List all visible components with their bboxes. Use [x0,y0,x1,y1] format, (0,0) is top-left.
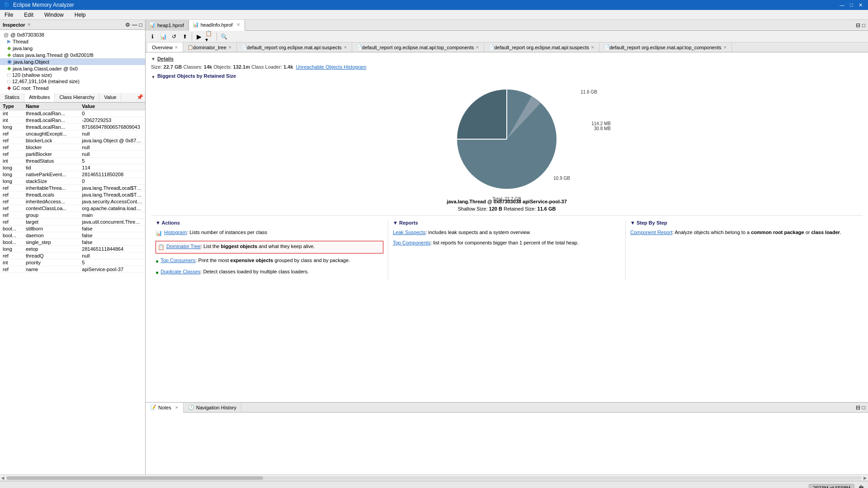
run-button[interactable]: ▶ [194,32,204,42]
menu-edit[interactable]: Edit [22,11,35,19]
label-114mb: 114.2 MB30.8 MB [591,121,611,131]
tree-item-retained[interactable]: □ 12,467,191,104 (retained size) [0,78,145,84]
component-report-link[interactable]: Component Report [630,230,672,235]
tree-item-object[interactable]: ◉ java.lang.Object [0,58,145,65]
bottom-minimize-icon[interactable]: ⊟ [856,404,860,411]
action-dominator: 📋 Dominator Tree: List the biggest objec… [156,241,383,253]
tree-item-address[interactable]: @ @ 0x87303038 [0,32,145,38]
report1-close[interactable]: ✕ [344,45,347,50]
table-row[interactable]: intthreadStatus5 [0,158,145,164]
table-row[interactable]: refinheritableThrea...java.lang.ThreadLo… [0,185,145,192]
subtab-report4[interactable]: 📄 default_report org.eclipse.mat.api:top… [599,42,732,52]
tab-value[interactable]: Value [99,93,121,102]
table-row[interactable]: bool...stillbornfalse [0,225,145,232]
tab-class-hierarchy[interactable]: Class Hierarchy [55,93,99,102]
subtab-report2[interactable]: 📄 default_report org.eclipse.mat.api:top… [352,42,485,52]
table-row[interactable]: longeetop281465111844864 [0,246,145,253]
top-consumers-link[interactable]: Top Consumers [160,258,195,263]
duplicate-classes-link[interactable]: Duplicate Classes [160,269,200,274]
horizontal-scrollbar[interactable]: ◀ ▶ [0,474,868,481]
overview-close[interactable]: ✕ [175,45,178,50]
top-components-link[interactable]: Top Components [393,240,430,245]
dominator-close[interactable]: ✕ [228,45,232,50]
tree-item-gc[interactable]: ◆ GC root: Thread [0,84,145,91]
table-row[interactable]: intthreadLocalRan...0 [0,110,145,117]
menu-window[interactable]: Window [42,11,66,19]
table-row[interactable]: refnameapiService-pool-37 [0,266,145,273]
tab-notes[interactable]: 📝 Notes ✕ [146,403,184,413]
close-button[interactable]: ✕ [857,2,864,8]
report4-close[interactable]: ✕ [723,45,727,50]
table-row[interactable]: refparkBlockernull [0,151,145,158]
tab-headinfo[interactable]: 📊 headInfo.hprof ✕ [189,20,245,31]
dominator-tree-link[interactable]: Dominator Tree [166,244,201,249]
tree-item-thread[interactable]: ▶ Thread [0,38,145,45]
maximize-button[interactable]: □ [848,2,855,8]
sub-tab-bar: Overview ✕ 📋 dominator_tree ✕ 📄 default_… [146,42,868,52]
table-row[interactable]: bool...daemonfalse [0,232,145,239]
report3-icon: 📄 [489,45,494,50]
table-row[interactable]: refinheritedAccess...java.security.Acces… [0,198,145,205]
inspector-settings-icon[interactable]: ⚙ [125,22,130,28]
table-row[interactable]: refcontextClassLoa...org.apache.catalina… [0,205,145,212]
menu-file[interactable]: File [3,11,15,19]
bottom-maximize-icon[interactable]: □ [862,404,865,411]
pin-icon[interactable]: 📌 [135,93,145,102]
table-row[interactable]: intthreadLocalRan...-2062729253 [0,117,145,124]
table-row[interactable]: longthreadLocalRan...8716694780065768090… [0,124,145,131]
table-row[interactable]: reftargetjava.util.concurrent.ThreadPool… [0,219,145,225]
table-row[interactable]: bool...single_stepfalse [0,239,145,246]
up-button[interactable]: ⬆ [180,32,190,42]
table-row[interactable]: refthreadQnull [0,253,145,259]
inspector-minimize-icon[interactable]: — [132,22,137,28]
table-row[interactable]: longnativeParkEvent...281465111850208 [0,171,145,178]
view-menu-icon[interactable]: ⊟ [856,22,860,28]
details-toggle[interactable]: ▼ [151,56,156,61]
tab-heap1[interactable]: 📊 heap1.hprof [146,20,189,31]
subtab-overview[interactable]: Overview ✕ [147,42,183,52]
headinfo-close-icon[interactable]: ✕ [236,22,240,27]
table-row[interactable]: refthreadLocalsjava.lang.ThreadLocal$Thr… [0,192,145,198]
object-icon: ◉ [7,59,12,65]
maximize-view-icon[interactable]: □ [862,22,865,28]
table-row[interactable]: intpriority5 [0,259,145,266]
report2-close[interactable]: ✕ [476,45,479,50]
biggest-toggle[interactable]: ▼ [151,75,156,80]
subtab-dominator[interactable]: 📋 dominator_tree ✕ [183,42,237,52]
chart-button[interactable]: 📊 [158,32,168,42]
minimize-button[interactable]: — [838,2,846,8]
tab-nav-history[interactable]: 🕐 Navigation History [184,403,241,413]
dropdown-button[interactable]: 📋▾ [205,32,215,42]
notes-close[interactable]: ✕ [175,405,179,410]
refresh-button[interactable]: ↺ [169,32,179,42]
table-row[interactable]: refblockerLockjava.lang.Object @ 0x87303… [0,137,145,144]
inspector-close-icon[interactable]: ✕ [27,22,31,27]
report3-close[interactable]: ✕ [591,45,594,50]
tree-item-thread-class[interactable]: ◆ class java.lang.Thread @ 0x82001f8 [0,52,145,58]
tab-statics[interactable]: Statics [0,93,24,102]
subtab-report1[interactable]: 📄 default_report org.eclipse.mat.api:sus… [237,42,352,52]
table-row[interactable]: refblockernull [0,144,145,151]
tree-item-classloader[interactable]: ◆ java.lang.ClassLoader @ 0x0 [0,65,145,72]
table-row[interactable]: refgroupmain [0,212,145,219]
tree-item-java-lang[interactable]: ◆ java.lang [0,45,145,52]
menu-help[interactable]: Help [73,11,88,19]
gc-button[interactable]: 🗑 [858,484,864,488]
dominator-action-icon: 📋 [158,244,165,251]
subtab-report3[interactable]: 📄 default_report org.eclipse.mat.api:sus… [484,42,599,52]
table-row[interactable]: refuncaughtExcepti...null [0,131,145,137]
table-row[interactable]: longstackSize0 [0,178,145,185]
tree-item-shallow[interactable]: □ 120 (shallow size) [0,72,145,78]
report2-label: default_report org.eclipse.mat.api:top_c… [362,45,474,50]
inspector-maximize-icon[interactable]: □ [139,22,142,28]
inspector-tree: @ @ 0x87303038 ▶ Thread ◆ java.lang ◆ cl… [0,30,145,93]
scrollbar-thumb[interactable] [6,476,263,480]
reports-col: ▼ Reports Leak Suspects: includes leak s… [388,220,626,280]
table-row[interactable]: longtid114 [0,164,145,171]
tab-attributes[interactable]: Attributes [24,93,55,102]
info-button[interactable]: ℹ [147,32,157,42]
leak-suspects-link[interactable]: Leak Suspects [393,230,425,235]
unreachable-link[interactable]: Unreachable Objects Histogram [296,64,366,70]
histogram-link[interactable]: Histogram [164,230,187,235]
search-button[interactable]: 🔍 [219,32,229,42]
